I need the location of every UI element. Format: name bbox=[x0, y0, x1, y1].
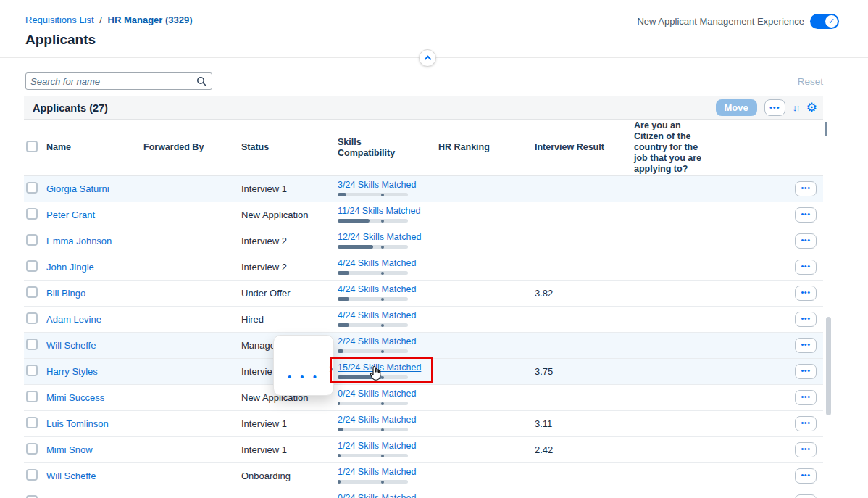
row-checkbox[interactable] bbox=[26, 208, 38, 220]
skills-matched-link[interactable]: 1/24 Skills Matched bbox=[338, 441, 416, 451]
skills-compatibility-cell: 1/24 Skills Matched bbox=[338, 437, 438, 457]
table-row: Luis Tomlinson Interview 1 2/24 Skills M… bbox=[24, 411, 823, 437]
table-row: Will Scheffe Onboarding 1/24 Skills Matc… bbox=[24, 463, 823, 489]
row-actions-overflow-button[interactable]: ••• bbox=[795, 286, 817, 301]
row-checkbox[interactable] bbox=[26, 443, 38, 455]
row-actions-overflow-button[interactable]: ••• bbox=[795, 494, 817, 498]
skills-matched-link[interactable]: 2/24 Skills Matched bbox=[338, 415, 416, 425]
skills-compatibility-cell: 4/24 Skills Matched bbox=[338, 281, 438, 301]
skills-progress-tick bbox=[381, 455, 384, 457]
applicant-name-link[interactable]: Mimi Snow bbox=[46, 444, 93, 455]
column-header-hr-ranking: HR Ranking bbox=[438, 142, 535, 153]
row-actions-overflow-button[interactable]: ••• bbox=[795, 207, 817, 223]
applicant-name-link[interactable]: Will Scheffe bbox=[46, 340, 96, 351]
scrollbar-up-arrow[interactable] bbox=[825, 123, 832, 130]
skills-compatibility-cell: 2/24 Skills Matched bbox=[338, 333, 438, 353]
collapse-panel-button[interactable] bbox=[419, 49, 436, 67]
interview-result-cell: 2.42 bbox=[535, 444, 634, 455]
row-checkbox[interactable] bbox=[26, 234, 38, 246]
row-checkbox[interactable] bbox=[26, 417, 38, 428]
search-input[interactable] bbox=[26, 76, 196, 87]
experience-toggle-group: New Applicant Management Experience ✓ bbox=[637, 14, 839, 29]
row-actions-overflow-button[interactable]: ••• bbox=[795, 442, 817, 457]
row-checkbox[interactable] bbox=[26, 260, 38, 272]
row-checkbox[interactable] bbox=[26, 469, 38, 481]
breadcrumb: Requisitions List / HR Manager (3329) bbox=[25, 14, 193, 25]
skills-matched-link[interactable]: 0/24 Skills Matched bbox=[338, 493, 416, 498]
row-actions-overflow-button[interactable]: ••• bbox=[795, 338, 817, 353]
applicant-name-link[interactable]: Harry Styles bbox=[46, 366, 98, 377]
table-row: Mimi Success New Application 0/24 Skills… bbox=[24, 385, 823, 411]
sort-icon[interactable]: ↓↑ bbox=[793, 102, 799, 113]
skills-progress-bar bbox=[338, 349, 408, 353]
table-row: Peter Grant New Application 11/24 Skills… bbox=[24, 202, 823, 228]
applicant-name-link[interactable]: John Jingle bbox=[46, 262, 94, 273]
skills-compatibility-cell: 12/24 Skills Matched bbox=[338, 228, 438, 249]
breadcrumb-requisitions-list-link[interactable]: Requisitions List bbox=[25, 14, 94, 25]
row-checkbox[interactable] bbox=[26, 495, 38, 498]
skills-progress-bar bbox=[338, 219, 408, 223]
row-actions-overflow-button[interactable]: ••• bbox=[795, 233, 817, 249]
reset-link[interactable]: Reset bbox=[798, 76, 823, 87]
search-field bbox=[25, 72, 212, 90]
row-checkbox[interactable] bbox=[26, 365, 38, 376]
applicant-name-link[interactable]: Mimi Success bbox=[46, 392, 104, 403]
skills-matched-link[interactable]: 0/24 Skills Matched bbox=[338, 389, 416, 399]
row-actions-overflow-button[interactable]: ••• bbox=[795, 181, 817, 196]
scrollbar-thumb[interactable] bbox=[826, 317, 831, 415]
move-button[interactable]: Move bbox=[716, 99, 757, 116]
skills-progress-tick bbox=[381, 402, 384, 405]
row-actions-overflow-button[interactable]: ••• bbox=[795, 416, 817, 431]
column-header-status: Status bbox=[241, 142, 338, 153]
skills-progress-tick bbox=[381, 428, 384, 431]
applicant-name-link[interactable]: Giorgia Saturni bbox=[46, 183, 109, 194]
skills-progress-tick bbox=[381, 324, 384, 327]
skills-compatibility-cell: 1/24 Skills Matched bbox=[338, 463, 438, 484]
breadcrumb-current-requisition[interactable]: HR Manager (3329) bbox=[108, 14, 193, 25]
skills-progress-bar bbox=[338, 193, 408, 196]
skills-progress-bar bbox=[338, 428, 408, 431]
applicant-name-link[interactable]: Bill Bingo bbox=[46, 288, 85, 299]
row-actions-overflow-button[interactable]: ••• bbox=[795, 260, 817, 275]
skills-matched-link[interactable]: 3/24 Skills Matched bbox=[338, 180, 416, 190]
row-checkbox[interactable] bbox=[26, 391, 38, 402]
page-title: Applicants bbox=[25, 32, 96, 48]
mouse-cursor-icon bbox=[369, 365, 383, 385]
row-actions-overflow-button[interactable]: ••• bbox=[795, 312, 817, 327]
skills-matched-link[interactable]: 2/24 Skills Matched bbox=[338, 336, 416, 346]
status-cell: Interview 2 bbox=[241, 262, 338, 273]
row-checkbox[interactable] bbox=[26, 339, 38, 350]
skills-matched-link[interactable]: 4/24 Skills Matched bbox=[338, 310, 416, 320]
applicant-name-link[interactable]: Adam Levine bbox=[46, 314, 101, 325]
skills-progress-fill bbox=[338, 402, 340, 405]
skills-progress-bar bbox=[338, 297, 408, 301]
column-header-name: Name bbox=[46, 142, 143, 153]
settings-gear-icon[interactable]: ⚙ bbox=[806, 101, 817, 114]
skills-progress-bar bbox=[338, 323, 408, 327]
skills-progress-bar bbox=[338, 245, 408, 249]
skills-matched-link[interactable]: 4/24 Skills Matched bbox=[338, 284, 416, 294]
chevron-up-icon bbox=[424, 56, 431, 63]
row-checkbox[interactable] bbox=[26, 286, 38, 298]
applicant-name-link[interactable]: Peter Grant bbox=[46, 209, 95, 220]
applicants-table: Applicants (27) Move ••• ↓↑ ⚙ Name Forwa… bbox=[24, 96, 823, 498]
toolbar-overflow-button[interactable]: ••• bbox=[764, 99, 785, 116]
skills-matched-link[interactable]: 11/24 Skills Matched bbox=[338, 206, 420, 216]
row-checkbox[interactable] bbox=[26, 312, 38, 324]
skills-matched-link[interactable]: 4/24 Skills Matched bbox=[338, 258, 416, 268]
skills-matched-link[interactable]: 1/24 Skills Matched bbox=[338, 467, 416, 477]
row-actions-overflow-button[interactable]: ••• bbox=[795, 468, 817, 484]
row-actions-overflow-button[interactable]: ••• bbox=[795, 390, 817, 405]
experience-toggle-switch[interactable]: ✓ bbox=[810, 14, 839, 29]
select-all-checkbox[interactable] bbox=[26, 141, 38, 152]
applicant-name-link[interactable]: Luis Tomlinson bbox=[46, 418, 109, 429]
busy-popover: • • • bbox=[273, 335, 334, 396]
search-icon[interactable] bbox=[196, 76, 212, 86]
skills-matched-link[interactable]: 12/24 Skills Matched bbox=[338, 232, 421, 242]
applicant-name-link[interactable]: Emma Johnson bbox=[46, 236, 112, 246]
applicant-name-link[interactable]: Will Scheffe bbox=[46, 470, 96, 481]
table-row: Giorgia Saturni Interview 1 3/24 Skills … bbox=[24, 176, 823, 202]
row-actions-overflow-button[interactable]: ••• bbox=[795, 364, 817, 379]
chevron-up-icon bbox=[825, 122, 827, 136]
row-checkbox[interactable] bbox=[26, 182, 38, 194]
